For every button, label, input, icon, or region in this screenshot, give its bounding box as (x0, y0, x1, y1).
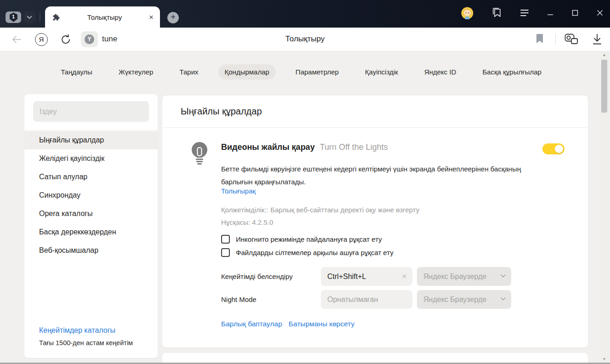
sidebar: Ыңғайлы құралдар Желідегі қауіпсіздік Са… (24, 94, 158, 358)
file-links-checkbox-row[interactable]: Файлдарды сілтемелер арқылы ашуға рұқсат… (221, 248, 393, 257)
maximize-button[interactable] (571, 9, 579, 17)
sidebar-item-other-sources[interactable]: Басқа дереккөздерден (24, 223, 158, 241)
extensions-section-card: Ыңғайлы құралдар Видеоны жайлы қарау Tur… (162, 96, 588, 347)
page-title: Толықтыру (0, 34, 610, 44)
sidebar-item-network-security[interactable]: Желідегі қауіпсіздік (24, 149, 158, 168)
tab-count: 1 (12, 14, 15, 19)
chevron-down-icon (501, 297, 506, 301)
scroll-down-icon[interactable]: ▼ (600, 357, 608, 361)
page-content: Таңдаулы Жүктеулер Тарих Қондырмалар Пар… (0, 51, 610, 364)
nav-item-yandex-id[interactable]: Яндекс ID (418, 64, 463, 80)
scope-value: Яндекс Браузерде (423, 296, 486, 303)
nav-item-history[interactable]: Тарих (173, 64, 205, 80)
shortcut-value: Ctrl+Shift+L (327, 273, 366, 280)
bookmark-icon[interactable] (536, 34, 543, 46)
download-icon[interactable] (592, 34, 603, 47)
extensions-catalog-link[interactable]: Кеңейтімдер каталогы (39, 326, 115, 335)
extension-lamp-icon[interactable] (564, 34, 579, 47)
sidebar-item-shopping[interactable]: Сатып алулар (24, 168, 158, 186)
shortcut-placeholder: Орнатылмаған (327, 296, 378, 303)
checkbox-icon[interactable] (221, 235, 230, 244)
extension-footer-links: Барлық баптаулар Батырманы көрсету (221, 320, 354, 328)
sidebar-item-sync[interactable]: Синхрондау (24, 186, 158, 205)
tab-close-icon[interactable]: × (149, 13, 154, 21)
lightbulb-icon (185, 139, 214, 169)
show-button-link[interactable]: Батырманы көрсету (289, 320, 355, 328)
chevron-down-icon (27, 16, 32, 19)
toggle-knob (555, 145, 563, 153)
collections-icon[interactable] (491, 8, 502, 18)
search-input[interactable] (33, 101, 149, 122)
extension-version: Нұсқасы: 4.2.5.0 (221, 218, 273, 226)
shortcut-input-night-mode[interactable]: Орнатылмаған (321, 290, 412, 309)
section-title: Ыңғайлы құралдар (181, 106, 262, 117)
checkbox-icon[interactable] (221, 248, 230, 257)
tab-list-dropdown-button[interactable] (23, 11, 35, 23)
chevron-down-icon (501, 274, 506, 278)
toolbar-divider (555, 34, 556, 45)
shortcut-scope-select-activate[interactable]: Яндекс Браузерде (417, 267, 511, 286)
checkbox-label: Файлдарды сілтемелер арқылы ашуға рұқсат… (236, 249, 393, 256)
browser-tab[interactable]: Толықтыру × (45, 6, 160, 28)
puzzle-icon (52, 13, 60, 21)
clear-icon[interactable]: × (402, 267, 407, 286)
extension-name: Видеоны жайлы қарау (221, 142, 315, 152)
nav-item-addons[interactable]: Қондырмалар (218, 64, 276, 80)
all-settings-link[interactable]: Барлық баптаулар (221, 320, 282, 328)
close-button[interactable] (596, 9, 604, 17)
sidebar-item-convenient-tools[interactable]: Ыңғайлы құралдар (24, 131, 158, 149)
shortcut-label-activate: Кеңейтімді белсендіру (221, 267, 293, 286)
catalog-note: Тағы 1500-ден астам кеңейтім (39, 339, 133, 347)
minimize-button[interactable] (547, 9, 554, 17)
nav-item-favorites[interactable]: Таңдаулы (54, 64, 99, 80)
nav-item-other-devices[interactable]: Басқа құрылғылар (476, 64, 547, 80)
titlebar-divider (40, 13, 40, 22)
new-tab-button[interactable]: + (167, 12, 179, 23)
sidebar-item-web-apps[interactable]: Веб-қосымшалар (24, 241, 158, 260)
extension-access: Қолжетімділік:: Барлық веб-сайттағы дере… (221, 206, 419, 214)
nav-item-settings[interactable]: Параметрлер (289, 64, 345, 80)
sidebar-list: Ыңғайлы құралдар Желідегі қауіпсіздік Са… (24, 131, 158, 260)
extension-toggle[interactable] (542, 143, 564, 154)
extension-description: Бетте фильмді көруіңізге ештеңені кедерг… (221, 163, 522, 188)
titlebar-actions (461, 5, 604, 21)
scope-value: Яндекс Браузерде (423, 273, 486, 280)
profile-avatar[interactable] (461, 7, 473, 19)
sidebar-divider (24, 130, 158, 131)
checkbox-label: Инкогнито режимінде пайдалануға рұқсат е… (236, 235, 382, 243)
more-link[interactable]: Толығырақ (221, 187, 256, 195)
shortcut-label-night-mode: Night Mode (221, 290, 257, 309)
scrollbar-thumb[interactable] (601, 60, 607, 113)
titlebar: 1 Толықтыру × + (0, 0, 610, 28)
settings-nav: Таңдаулы Жүктеулер Тарих Қондырмалар Пар… (0, 64, 602, 80)
tab-title: Толықтыру (60, 13, 149, 21)
sidebar-item-opera-catalog[interactable]: Opera каталогы (24, 205, 158, 223)
tab-counter-button[interactable]: 1 (6, 11, 21, 23)
nav-item-downloads[interactable]: Жүктеулер (112, 64, 160, 80)
menu-icon[interactable] (520, 9, 529, 17)
toolbar: Я Y tune Толықтыру (0, 28, 610, 51)
section-divider (162, 127, 588, 128)
extension-title-row: Видеоны жайлы қарау Turn Off the Lights (221, 142, 388, 152)
scroll-up-icon[interactable]: ▲ (600, 53, 608, 57)
scrollbar[interactable]: ▲ ▼ (600, 51, 608, 364)
browser-window: 1 Толықтыру × + (0, 0, 610, 364)
incognito-checkbox-row[interactable]: Инкогнито режимінде пайдалануға рұқсат е… (221, 235, 382, 244)
nav-item-security[interactable]: Қауіпсіздік (359, 64, 405, 80)
extension-original-name: Turn Off the Lights (320, 142, 388, 152)
shortcut-input-activate[interactable]: Ctrl+Shift+L × (321, 267, 412, 286)
shortcut-scope-select-night-mode[interactable]: Яндекс Браузерде (417, 290, 511, 309)
